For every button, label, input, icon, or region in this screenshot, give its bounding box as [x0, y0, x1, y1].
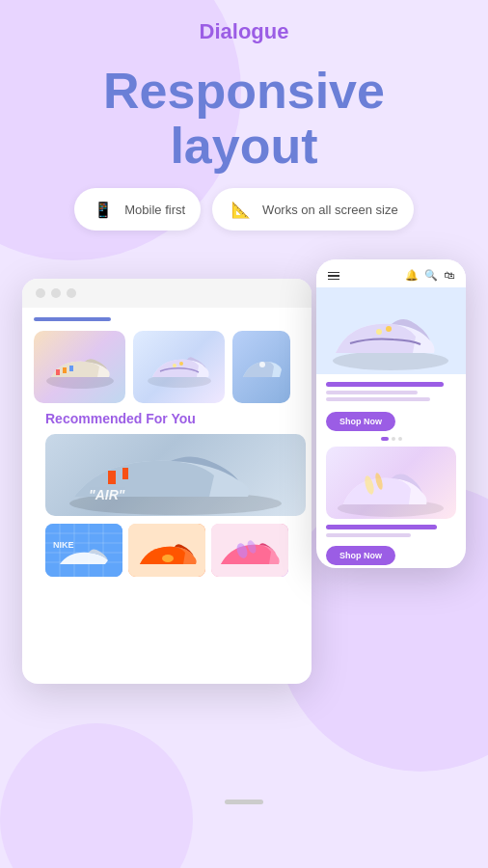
svg-point-30 — [386, 326, 392, 332]
svg-rect-3 — [69, 366, 73, 371]
svg-rect-10 — [108, 471, 116, 484]
product-row — [34, 331, 300, 403]
shoe-image-1 — [34, 331, 125, 403]
product-card-2[interactable] — [133, 331, 225, 403]
text-line-2 — [326, 391, 418, 394]
svg-point-5 — [173, 364, 176, 367]
mobile-product-image — [326, 447, 456, 519]
desktop-content: Recommended For You "AIR" — [22, 308, 312, 586]
recommended-main-image: "AIR" — [45, 434, 306, 516]
header: Dialogue — [200, 0, 289, 44]
hero-title: Responsive layout — [0, 44, 488, 188]
window-dot-3 — [67, 288, 76, 298]
bottom-card-2[interactable] — [128, 524, 205, 577]
product-card-1[interactable] — [34, 331, 125, 403]
mobile-mockup: 🔔 🔍 🛍 — [316, 259, 466, 568]
desktop-titlebar — [22, 279, 312, 308]
mobile-text-lines-2 — [316, 519, 466, 543]
window-dot-1 — [36, 288, 45, 298]
pill-screen-size-label: Works on all screen size — [262, 203, 398, 217]
bottom-card-3[interactable] — [211, 524, 288, 577]
shop-now-button-1[interactable]: Shop Now — [326, 412, 395, 431]
app-logo: Dialogue — [200, 19, 289, 44]
bottom-card-1[interactable]: NIKE — [45, 524, 122, 577]
svg-point-6 — [179, 362, 183, 366]
dot-active — [381, 437, 389, 441]
product-card-3[interactable] — [232, 331, 290, 403]
search-icon[interactable]: 🔍 — [424, 269, 438, 282]
recommended-title: Recommended For You — [45, 411, 288, 426]
pill-mobile-first: 📱 Mobile first — [74, 188, 201, 231]
desktop-mockup: Recommended For You "AIR" — [22, 279, 312, 684]
bottom-grid: NIKE — [45, 524, 288, 577]
text-line-4 — [326, 525, 437, 529]
svg-point-29 — [376, 329, 382, 335]
scroll-indicator — [225, 800, 263, 804]
svg-text:NIKE: NIKE — [53, 540, 74, 550]
feature-pills: 📱 Mobile first 📐 Works on all screen siz… — [74, 188, 414, 231]
dot-2 — [398, 437, 402, 441]
svg-rect-12 — [45, 524, 122, 577]
user-icon[interactable]: 🔔 — [405, 269, 419, 282]
shop-now-button-2[interactable]: Shop Now — [326, 546, 395, 565]
text-line-1 — [326, 382, 444, 387]
mobile-nav: 🔔 🔍 🛍 — [316, 259, 466, 287]
pill-screen-size: 📐 Works on all screen size — [212, 188, 414, 231]
shoe-image-2 — [133, 331, 225, 403]
recommended-section: Recommended For You "AIR" — [34, 411, 300, 577]
mobile-hero-image — [316, 287, 466, 374]
mockups-container: Recommended For You "AIR" — [13, 259, 475, 819]
shoe-image-3 — [232, 331, 290, 403]
mobile-nav-icons: 🔔 🔍 🛍 — [405, 269, 454, 282]
cart-icon[interactable]: 🛍 — [444, 269, 454, 282]
ruler-icon: 📐 — [228, 196, 255, 223]
svg-rect-1 — [56, 369, 60, 375]
svg-point-28 — [333, 351, 448, 370]
svg-point-7 — [259, 362, 265, 367]
mobile-text-lines — [316, 374, 466, 408]
svg-rect-11 — [122, 468, 128, 479]
pill-mobile-first-label: Mobile first — [124, 203, 185, 217]
dot-1 — [392, 437, 395, 441]
mobile-dots-1 — [316, 437, 466, 441]
page-container: Dialogue Responsive layout 📱 Mobile firs… — [0, 0, 488, 868]
svg-rect-2 — [63, 367, 67, 373]
text-line-5 — [326, 533, 411, 537]
svg-point-23 — [162, 555, 174, 562]
text-line-3 — [326, 397, 430, 401]
svg-text:"AIR": "AIR" — [89, 487, 125, 502]
desktop-accent-bar — [34, 317, 111, 321]
mobile-icon: 📱 — [90, 196, 117, 223]
hamburger-icon[interactable] — [328, 272, 339, 281]
window-dot-2 — [51, 288, 61, 298]
